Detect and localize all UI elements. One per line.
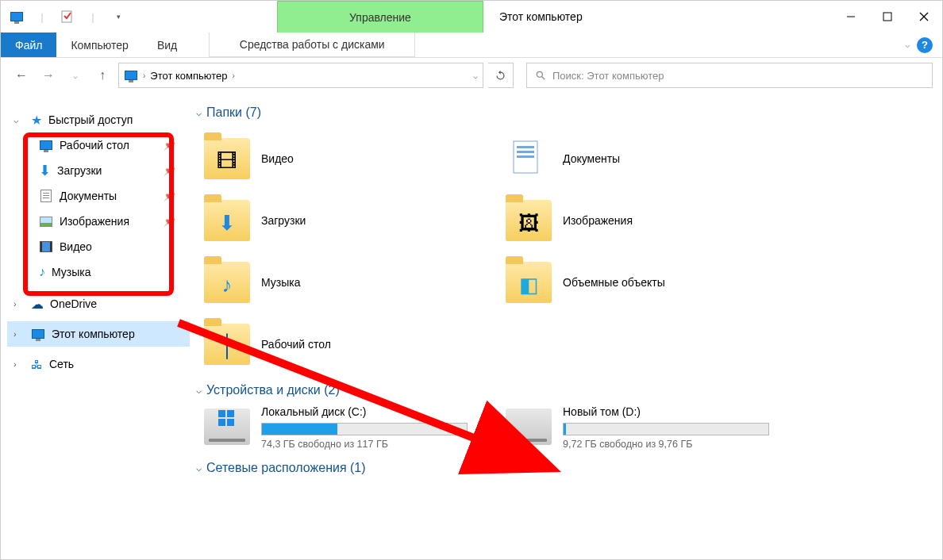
properties-icon[interactable] [56,6,79,28]
folder-videos[interactable]: 🎞 Видео [196,128,498,190]
pin-icon: 📌 [164,216,175,227]
sidebar-item-desktop[interactable]: Рабочий стол 📌 [7,132,190,158]
sidebar-item-label: Рабочий стол [60,139,129,152]
content-pane: ⌵ Папки (7) 🎞 Видео Документы ⬇ Загрузки… [190,93,942,560]
svg-rect-12 [227,410,234,417]
tab-view[interactable]: Вид [143,33,191,57]
drive-icon [506,408,552,445]
tab-computer[interactable]: Компьютер [56,33,142,57]
qat-dropdown-icon[interactable]: ▾ [107,6,129,28]
maximize-button[interactable] [869,4,906,29]
sidebar-item-downloads[interactable]: ⬇ Загрузки 📌 [7,158,190,183]
computer-icon[interactable] [6,6,28,28]
sidebar-item-documents[interactable]: Документы 📌 [7,183,190,209]
pin-icon: 📌 [164,190,175,201]
folder-pictures[interactable]: 🖼 Изображения [498,190,799,251]
folder-label: Документы [563,152,620,165]
up-button[interactable]: ↑ [91,64,114,86]
chevron-right-icon[interactable]: › [13,299,25,309]
back-button[interactable]: ← [10,64,33,86]
cube-icon: ◧ [519,273,539,297]
folder-music[interactable]: ♪ Музыка [196,251,498,313]
svg-rect-11 [218,410,225,417]
drive-usage-bar [563,423,769,435]
sidebar-quick-access-label: Быстрый доступ [48,113,133,126]
section-folders-label: Папки (7) [206,105,261,120]
search-box[interactable]: Поиск: Этот компьютер [526,63,933,88]
drive-icon [204,408,250,445]
tab-computer-label: Компьютер [71,39,128,52]
folders-grid: 🎞 Видео Документы ⬇ Загрузки 🖼 Изображен… [196,128,926,375]
svg-rect-2 [883,13,891,21]
drives-grid: Локальный диск (C:) 74,3 ГБ свободно из … [196,405,926,450]
contextual-tab-label: Управление [349,11,411,24]
folder-downloads[interactable]: ⬇ Загрузки [196,190,498,251]
section-folders[interactable]: ⌵ Папки (7) [196,105,926,120]
chevron-right-icon[interactable]: › [143,71,145,80]
forward-button[interactable]: → [37,64,60,86]
chevron-down-icon[interactable]: ⌵ [13,115,25,125]
recent-dropdown-icon[interactable]: ⌵ [64,64,87,86]
chevron-down-icon[interactable]: ⌵ [196,462,202,474]
tab-file-label: Файл [15,39,42,52]
cloud-icon: ☁ [31,297,44,312]
contextual-tab-management[interactable]: Управление [277,1,483,33]
section-network-locations[interactable]: ⌵ Сетевые расположения (1) [196,461,926,475]
section-devices[interactable]: ⌵ Устройства и диски (2) [196,383,926,397]
window-controls [833,1,942,33]
quick-access-toolbar: | | ▾ [1,1,134,33]
sidebar-item-pictures[interactable]: Изображения 📌 [7,209,190,234]
chevron-right-icon[interactable]: › [13,329,25,339]
folder-label: Видео [261,152,294,165]
tab-disk-tools-label: Средства работы с дисками [240,38,385,51]
folder-label: Объемные объекты [563,276,665,289]
folder-label: Рабочий стол [261,338,331,351]
minimize-button[interactable] [833,4,869,29]
tab-disk-tools[interactable]: Средства работы с дисками [209,33,415,57]
drive-c[interactable]: Локальный диск (C:) 74,3 ГБ свободно из … [196,405,498,450]
sidebar-onedrive[interactable]: › ☁ OneDrive [7,291,190,316]
drive-name: Новый том (D:) [563,405,799,418]
folder-label: Изображения [563,214,633,227]
music-icon: ♪ [39,265,45,279]
chevron-right-icon[interactable]: › [233,71,235,80]
sidebar-quick-access[interactable]: ⌵ ★ Быстрый доступ [7,107,190,132]
chevron-down-icon[interactable]: ⌵ [196,107,202,118]
sidebar-item-label: Документы [60,190,117,202]
sidebar-item-label: Видео [60,240,92,253]
title-bar: | | ▾ Управление Этот компьютер [1,1,942,33]
navigation-sidebar: ⌵ ★ Быстрый доступ Рабочий стол 📌 ⬇ Загр… [1,93,190,560]
help-icon[interactable]: ? [917,37,933,53]
sidebar-network[interactable]: › 🖧 Сеть [7,351,190,377]
svg-rect-14 [227,419,234,426]
download-icon: ⬇ [218,211,236,236]
svg-rect-8 [517,146,534,148]
address-bar[interactable]: › Этот компьютер › ⌵ [118,63,483,88]
desktop-icon [39,138,53,152]
sidebar-item-videos[interactable]: Видео [7,234,190,259]
drive-usage-bar [261,423,468,435]
ribbon-expand-icon[interactable]: ⌵ [905,40,910,50]
folder-documents[interactable]: Документы [498,128,799,190]
chevron-down-icon[interactable]: ⌵ [196,385,202,396]
sidebar-item-label: Изображения [60,215,129,228]
computer-icon [124,68,138,82]
tab-file[interactable]: Файл [1,33,56,57]
tab-view-label: Вид [157,39,177,52]
refresh-button[interactable] [488,63,514,88]
close-button[interactable] [906,4,942,29]
folder-desktop[interactable]: Рабочий стол [196,313,498,375]
sidebar-onedrive-label: OneDrive [50,297,97,310]
address-dropdown-icon[interactable]: ⌵ [473,71,478,80]
music-icon: ♪ [222,273,233,297]
chevron-right-icon[interactable]: › [13,359,25,369]
video-icon: 🎞 [217,149,237,174]
drive-d[interactable]: Новый том (D:) 9,72 ГБ свободно из 9,76 … [498,405,799,450]
drive-name: Локальный диск (C:) [261,405,498,418]
folder-3d-objects[interactable]: ◧ Объемные объекты [498,251,799,313]
video-icon [39,240,53,254]
sidebar-item-music[interactable]: ♪ Музыка [7,259,190,285]
sidebar-item-label: Загрузки [57,164,102,177]
pin-icon: 📌 [164,165,175,176]
sidebar-this-pc[interactable]: › Этот компьютер [7,321,190,347]
